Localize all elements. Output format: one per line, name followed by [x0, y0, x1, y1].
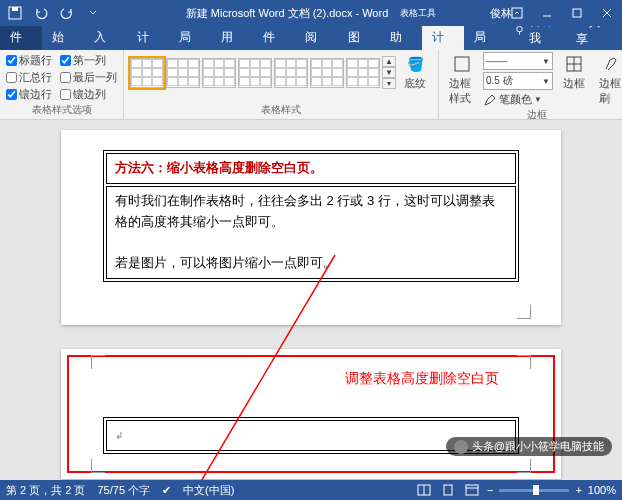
page-indicator[interactable]: 第 2 页，共 2 页 [6, 483, 85, 498]
avatar-icon [454, 440, 468, 454]
read-mode-icon[interactable] [415, 482, 433, 498]
pen-icon [483, 93, 497, 107]
close-icon[interactable] [592, 0, 622, 26]
document-canvas[interactable]: 方法六：缩小表格高度删除空白页。 有时我们在制作表格时，往往会多出 2 行或 3… [0, 120, 622, 480]
svg-rect-2 [512, 8, 522, 18]
chk-first-col[interactable]: 第一列 [60, 53, 117, 68]
table-style-swatch[interactable] [202, 58, 236, 88]
title-bar: 新建 Microsoft Word 文档 (2).docx - Word 表格工… [0, 0, 622, 26]
page-2: ↲ [61, 349, 561, 479]
chk-banded-rows[interactable]: 镶边行 [6, 87, 52, 102]
chk-total-row[interactable]: 汇总行 [6, 70, 52, 85]
border-style-icon [452, 54, 472, 74]
svg-point-5 [517, 26, 523, 32]
table-style-swatch[interactable] [274, 58, 308, 88]
border-painter-icon [602, 54, 622, 74]
page-1: 方法六：缩小表格高度删除空白页。 有时我们在制作表格时，往往会多出 2 行或 3… [61, 130, 561, 325]
gallery-scroll[interactable]: ▲▼▾ [382, 56, 396, 89]
table-style-swatch[interactable] [346, 58, 380, 88]
table-style-swatch[interactable] [130, 58, 164, 88]
zoom-out-button[interactable]: − [487, 484, 493, 496]
watermark: 头条@跟小小筱学电脑技能 [446, 437, 612, 456]
document-title: 新建 Microsoft Word 文档 (2).docx - Word [186, 6, 389, 21]
document-table[interactable]: 方法六：缩小表格高度删除空白页。 有时我们在制作表格时，往往会多出 2 行或 3… [103, 150, 519, 282]
chevron-down-icon: ▼ [382, 67, 396, 78]
group-label: 表格样式选项 [6, 103, 117, 117]
spellcheck-icon[interactable]: ✔ [162, 484, 171, 497]
zoom-level[interactable]: 100% [588, 484, 616, 496]
word-count[interactable]: 75/75 个字 [97, 483, 150, 498]
annotation-label: 调整表格高度删除空白页 [345, 370, 499, 388]
zoom-in-button[interactable]: + [575, 484, 581, 496]
language-indicator[interactable]: 中文(中国) [183, 483, 234, 498]
undo-icon[interactable] [30, 3, 52, 23]
svg-rect-15 [466, 485, 478, 495]
borders-button[interactable]: 边框 [557, 52, 591, 93]
pen-color-button[interactable]: 笔颜色▼ [483, 92, 553, 107]
chk-last-col[interactable]: 最后一列 [60, 70, 117, 85]
group-label: 表格样式 [130, 103, 432, 117]
ribbon: 标题行 第一列 汇总行 最后一列 镶边行 镶边列 表格样式选项 ▲▼▾ 🪣 底纹… [0, 50, 622, 120]
chk-header-row[interactable]: 标题行 [6, 53, 52, 68]
border-painter-button[interactable]: 边框刷 [595, 52, 622, 108]
chevron-up-icon: ▲ [382, 56, 396, 67]
shading-button[interactable]: 🪣 底纹 [398, 52, 432, 93]
paint-bucket-icon: 🪣 [405, 54, 425, 74]
save-icon[interactable] [4, 3, 26, 23]
ribbon-tab-strip: 文件 开始 插入 设计 布局 引用 邮件 审阅 视图 帮助 设计 布局 告诉我 … [0, 26, 622, 50]
svg-rect-1 [12, 7, 18, 11]
qat-dropdown-icon[interactable] [82, 3, 104, 23]
quick-access-toolbar [0, 3, 104, 23]
table-style-swatch[interactable] [310, 58, 344, 88]
web-layout-icon[interactable] [463, 482, 481, 498]
table-tools-label: 表格工具 [400, 8, 436, 18]
table-style-swatch[interactable] [238, 58, 272, 88]
ribbon-options-icon[interactable] [502, 0, 532, 26]
group-table-style-options: 标题行 第一列 汇总行 最后一列 镶边行 镶边列 表格样式选项 [0, 50, 124, 119]
print-layout-icon[interactable] [439, 482, 457, 498]
maximize-icon[interactable] [562, 0, 592, 26]
table-cell[interactable]: 有时我们在制作表格时，往往会多出 2 行或 3 行，这时可以调整表格的高度将其缩… [106, 186, 516, 279]
minimize-icon[interactable] [532, 0, 562, 26]
group-borders: 边框样式 ───▼ 0.5 磅▼ 笔颜色▼ 边框 边框刷 边框 [439, 50, 622, 119]
gallery-expand-icon: ▾ [382, 78, 396, 89]
zoom-slider[interactable] [499, 489, 569, 492]
svg-rect-7 [455, 57, 469, 71]
border-styles-button[interactable]: 边框样式 [445, 52, 479, 108]
redo-icon[interactable] [56, 3, 78, 23]
group-table-styles: ▲▼▾ 🪣 底纹 表格样式 [124, 50, 439, 119]
table-style-swatch[interactable] [166, 58, 200, 88]
border-grid-icon [564, 54, 584, 74]
border-weight-combo[interactable]: 0.5 磅▼ [483, 72, 553, 90]
svg-rect-14 [444, 485, 452, 495]
table-cell[interactable]: 方法六：缩小表格高度删除空白页。 [106, 153, 516, 184]
border-line-style-combo[interactable]: ───▼ [483, 52, 553, 70]
chk-banded-cols[interactable]: 镶边列 [60, 87, 117, 102]
status-bar: 第 2 页，共 2 页 75/75 个字 ✔ 中文(中国) − + 100% [0, 480, 622, 500]
svg-rect-4 [573, 9, 581, 17]
